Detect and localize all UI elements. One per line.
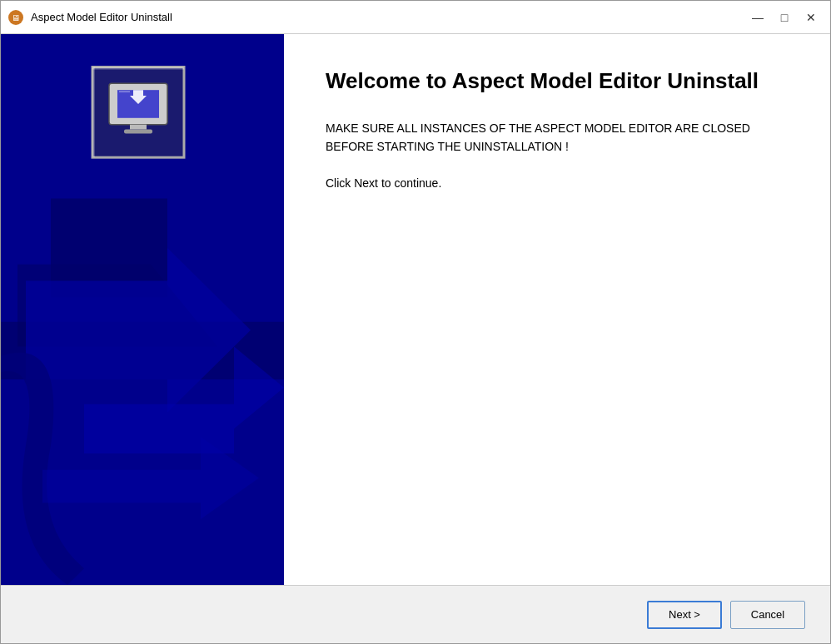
continue-message: Click Next to continue. [326, 176, 789, 190]
svg-rect-15 [130, 125, 147, 130]
content-area: Welcome to Aspect Model Editor Uninstall… [1, 34, 830, 585]
svg-rect-16 [124, 130, 152, 134]
next-button[interactable]: Next > [647, 601, 722, 629]
close-button[interactable]: ✕ [799, 7, 824, 27]
title-bar: 🖥 Aspect Model Editor Uninstall — □ ✕ [1, 1, 830, 34]
window-controls: — □ ✕ [745, 7, 824, 27]
welcome-heading: Welcome to Aspect Model Editor Uninstall [326, 67, 789, 96]
minimize-button[interactable]: — [745, 7, 770, 27]
svg-text:🖥: 🖥 [12, 13, 20, 22]
cancel-button[interactable]: Cancel [730, 601, 805, 629]
footer: Next > Cancel [1, 585, 830, 643]
installer-window: 🖥 Aspect Model Editor Uninstall — □ ✕ [0, 0, 831, 644]
sidebar [1, 34, 284, 585]
svg-rect-18 [92, 67, 95, 158]
app-icon: 🖥 [7, 9, 24, 26]
main-content: Welcome to Aspect Model Editor Uninstall… [284, 34, 830, 585]
warning-message: MAKE SURE ALL INSTANCES OF THE ASPECT MO… [326, 119, 789, 156]
window-title: Aspect Model Editor Uninstall [31, 11, 745, 23]
maximize-button[interactable]: □ [772, 7, 797, 27]
svg-rect-17 [92, 67, 184, 70]
